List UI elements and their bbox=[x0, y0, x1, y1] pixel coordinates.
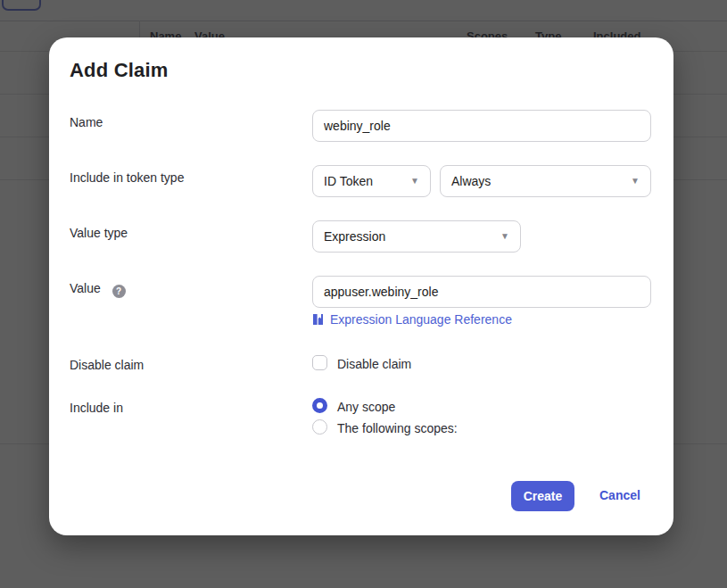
help-question-icon[interactable]: ? bbox=[112, 285, 126, 298]
value-label: Value ? bbox=[70, 279, 126, 298]
any-scope-radio[interactable] bbox=[312, 398, 327, 413]
following-scopes-radio-label: The following scopes: bbox=[337, 420, 458, 436]
claim-name-input[interactable] bbox=[312, 110, 651, 142]
claim-value-input[interactable] bbox=[312, 276, 651, 308]
token-type-label: Include in token type bbox=[70, 169, 184, 186]
token-type-selected-value: ID Token bbox=[324, 174, 373, 188]
disable-claim-checkbox[interactable] bbox=[312, 355, 327, 370]
value-type-select[interactable]: Expression ▼ bbox=[312, 220, 521, 253]
token-frequency-select[interactable]: Always ▼ bbox=[440, 165, 651, 197]
book-icon bbox=[312, 313, 324, 326]
chevron-down-icon: ▼ bbox=[631, 177, 640, 186]
value-type-selected-value: Expression bbox=[324, 229, 385, 244]
cancel-button[interactable]: Cancel bbox=[599, 488, 640, 502]
add-claim-dialog: Add Claim Name Include in token type ID … bbox=[49, 37, 673, 535]
disable-claim-label: Disable claim bbox=[70, 356, 144, 374]
expression-language-reference-label: Expression Language Reference bbox=[330, 312, 512, 327]
following-scopes-radio[interactable] bbox=[312, 419, 327, 435]
chevron-down-icon: ▼ bbox=[410, 177, 419, 186]
dialog-title: Add Claim bbox=[70, 59, 169, 82]
expression-language-reference-link[interactable]: Expression Language Reference bbox=[312, 312, 512, 327]
any-scope-radio-label: Any scope bbox=[337, 399, 395, 415]
value-type-label: Value type bbox=[70, 224, 128, 242]
value-label-text: Value bbox=[70, 281, 101, 295]
chevron-down-icon: ▼ bbox=[500, 232, 509, 241]
create-button[interactable]: Create bbox=[511, 481, 574, 511]
token-frequency-selected-value: Always bbox=[451, 174, 491, 188]
include-in-label: Include in bbox=[70, 399, 123, 417]
disable-claim-checkbox-label: Disable claim bbox=[337, 356, 411, 372]
token-type-select[interactable]: ID Token ▼ bbox=[312, 165, 431, 197]
name-label: Name bbox=[70, 113, 103, 131]
